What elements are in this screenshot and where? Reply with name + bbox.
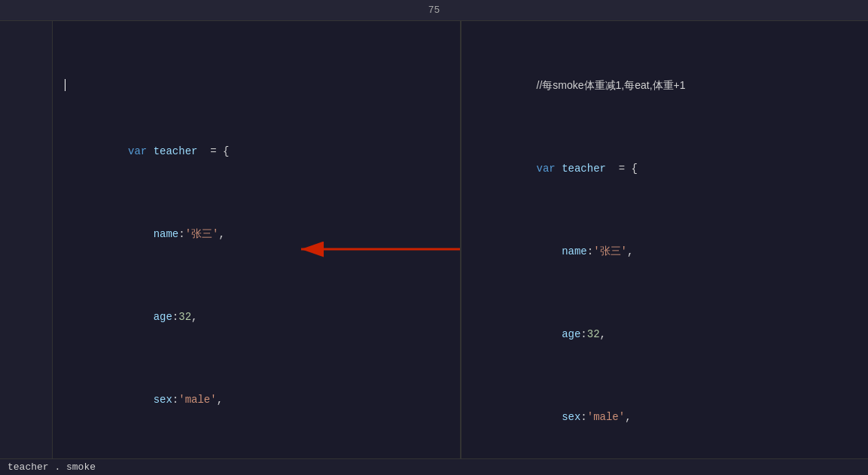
left-gutter xyxy=(0,21,53,458)
right-code-content: //每smoke体重减1,每eat,体重+1 var teacher = { n… xyxy=(461,27,869,458)
left-editor-pane[interactable]: var teacher = { name:'张三', age:32, sex:'… xyxy=(53,21,461,458)
editor-container: var teacher = { name:'张三', age:32, sex:'… xyxy=(53,21,868,458)
bottom-text: teacher . smoke xyxy=(8,461,96,473)
tab-number: 75 xyxy=(428,5,440,16)
top-comment: //每smoke体重减1,每eat,体重+1 xyxy=(537,79,686,91)
bottom-bar: teacher . smoke xyxy=(0,458,868,475)
left-code-content: var teacher = { name:'张三', age:32, sex:'… xyxy=(53,27,460,458)
main-area: var teacher = { name:'张三', age:32, sex:'… xyxy=(0,21,868,458)
top-bar: 75 xyxy=(0,0,868,21)
right-editor-pane[interactable]: //每smoke体重减1,每eat,体重+1 var teacher = { n… xyxy=(461,21,869,458)
